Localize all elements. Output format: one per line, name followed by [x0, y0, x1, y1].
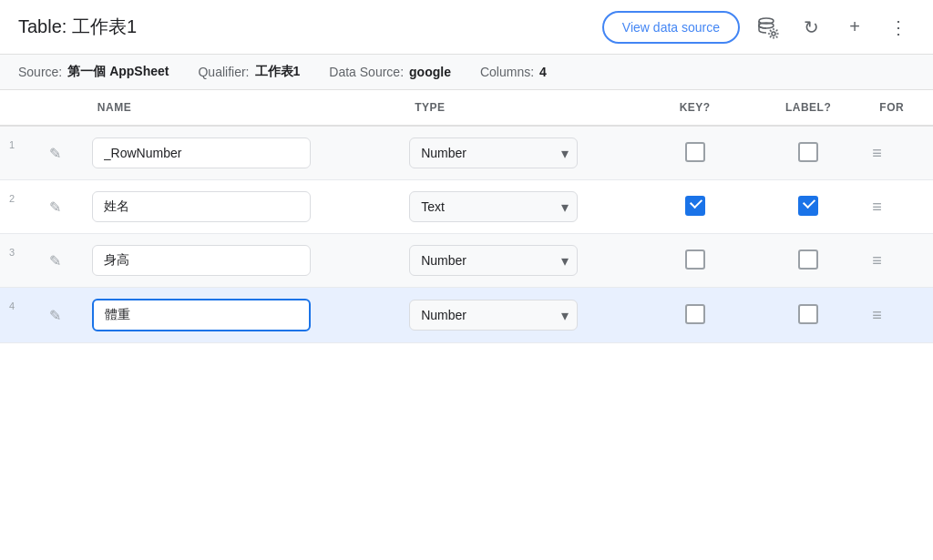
more-cell[interactable]: ≡: [865, 126, 933, 180]
row-number: 3: [0, 234, 36, 288]
source-value: 第一個 AppSheet: [67, 64, 169, 80]
more-cell[interactable]: ≡: [865, 234, 933, 288]
name-input[interactable]: [92, 137, 311, 168]
more-cell[interactable]: ≡: [865, 180, 933, 234]
source-label: Source:: [18, 65, 62, 79]
type-cell: TextNumberDateDateTimeTimeDecimalPricePe…: [400, 234, 638, 288]
table-row: 3✎TextNumberDateDateTimeTimeDecimalPrice…: [0, 234, 933, 288]
name-cell: [83, 180, 400, 234]
row-number: 1: [0, 126, 36, 180]
source-bar: Source: 第一個 AppSheet Qualifier: 工作表1 Dat…: [0, 55, 933, 90]
edit-cell: ✎: [36, 126, 83, 180]
edit-cell: ✎: [36, 288, 83, 343]
col-edit-header: [36, 90, 83, 126]
name-input[interactable]: [92, 245, 311, 276]
type-cell: TextNumberDateDateTimeTimeDecimalPricePe…: [400, 180, 638, 234]
key-checkbox[interactable]: [685, 142, 705, 162]
name-cell: [83, 234, 400, 288]
label-checkbox[interactable]: [798, 142, 818, 162]
key-cell: [638, 234, 751, 288]
refresh-button[interactable]: ↻: [795, 11, 827, 44]
name-cell: [83, 288, 400, 343]
add-button[interactable]: +: [838, 11, 871, 44]
edit-cell: ✎: [36, 180, 83, 234]
table-row: 2✎TextNumberDateDateTimeTimeDecimalPrice…: [0, 180, 933, 234]
edit-icon[interactable]: ✎: [46, 142, 65, 165]
view-datasource-button[interactable]: View data source: [602, 11, 740, 44]
datasource-label: Data Source:: [329, 65, 404, 79]
name-input[interactable]: [92, 191, 311, 222]
columns-value: 4: [539, 65, 547, 79]
name-cell: [83, 126, 400, 180]
table-header-row: NAME TYPE KEY? LABEL? FOR: [0, 90, 933, 126]
label-checkbox[interactable]: [798, 249, 818, 270]
columns-label: Columns:: [480, 65, 534, 79]
name-input[interactable]: [92, 299, 311, 331]
more-options-button[interactable]: ⋮: [882, 11, 915, 44]
datasource-value: google: [409, 65, 451, 79]
key-cell: [638, 288, 751, 343]
label-checkbox[interactable]: [798, 196, 818, 216]
label-checkbox[interactable]: [798, 304, 818, 324]
label-cell: [752, 288, 865, 343]
refresh-icon: ↻: [804, 16, 819, 38]
table-container: NAME TYPE KEY? LABEL? FOR 1✎TextNumberDa…: [0, 90, 933, 552]
header-actions: View data source ↻ + ⋮: [602, 11, 915, 44]
col-label-header: LABEL?: [752, 90, 865, 126]
row-number: 4: [0, 288, 36, 343]
table-row: 4✎TextNumberDateDateTimeTimeDecimalPrice…: [0, 288, 933, 343]
key-checkbox[interactable]: [685, 304, 705, 324]
qualifier-value: 工作表1: [255, 64, 301, 80]
type-select[interactable]: TextNumberDateDateTimeTimeDecimalPricePe…: [409, 191, 578, 222]
col-name-header: NAME: [83, 90, 400, 126]
col-formula-header: FOR: [865, 90, 933, 126]
label-cell: [752, 180, 865, 234]
col-key-header: KEY?: [638, 90, 751, 126]
type-cell: TextNumberDateDateTimeTimeDecimalPricePe…: [400, 126, 638, 180]
key-cell: [638, 126, 751, 180]
label-cell: [752, 126, 865, 180]
table-row: 1✎TextNumberDateDateTimeTimeDecimalPrice…: [0, 126, 933, 180]
db-gear-icon[interactable]: [751, 11, 784, 44]
type-select[interactable]: TextNumberDateDateTimeTimeDecimalPricePe…: [409, 137, 578, 168]
more-cell[interactable]: ≡: [865, 288, 933, 343]
type-cell: TextNumberDateDateTimeTimeDecimalPricePe…: [400, 288, 638, 343]
row-number: 2: [0, 180, 36, 234]
edit-icon[interactable]: ✎: [46, 304, 65, 327]
type-select[interactable]: TextNumberDateDateTimeTimeDecimalPricePe…: [409, 300, 578, 331]
more-icon: ⋮: [889, 16, 907, 38]
key-checkbox[interactable]: [685, 249, 705, 270]
key-checkbox[interactable]: [685, 196, 705, 216]
type-select[interactable]: TextNumberDateDateTimeTimeDecimalPricePe…: [409, 245, 578, 276]
label-cell: [752, 234, 865, 288]
qualifier-label: Qualifier:: [198, 65, 249, 79]
columns-table: NAME TYPE KEY? LABEL? FOR 1✎TextNumberDa…: [0, 90, 933, 343]
edit-icon[interactable]: ✎: [46, 249, 65, 272]
col-type-header: TYPE: [400, 90, 638, 126]
page-title: Table: 工作表1: [18, 15, 137, 39]
edit-cell: ✎: [36, 234, 83, 288]
key-cell: [638, 180, 751, 234]
header: Table: 工作表1 View data source ↻ + ⋮: [0, 0, 933, 55]
edit-icon[interactable]: ✎: [46, 196, 65, 219]
col-num-header: [0, 90, 36, 126]
add-icon: +: [849, 16, 860, 37]
